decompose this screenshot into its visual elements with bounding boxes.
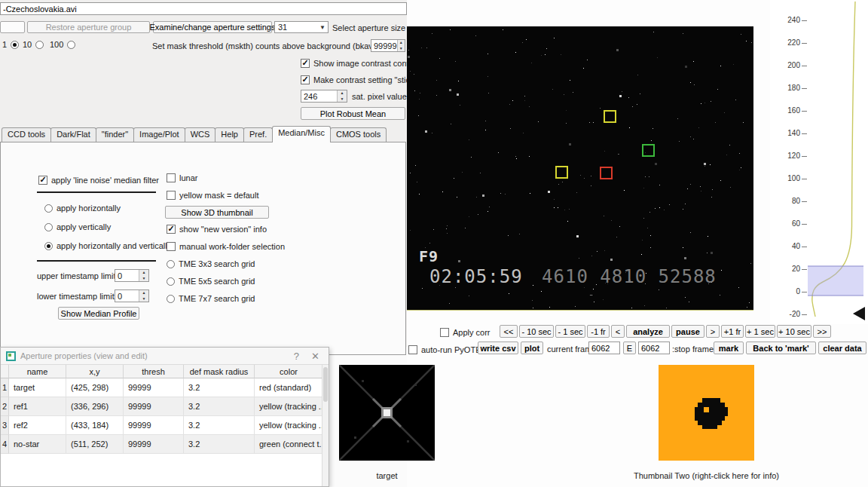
manual-folder-checkbox[interactable]: manual work-folder selection [167, 241, 285, 252]
tab-ccd-tools[interactable]: CCD tools [2, 127, 51, 142]
close-icon[interactable]: ✕ [307, 351, 323, 362]
column-header-xy[interactable]: x,y [66, 365, 124, 378]
thumbnail-target[interactable] [339, 365, 435, 461]
thumbnail-two[interactable] [659, 365, 754, 461]
spin-down-icon[interactable]: ▼ [398, 46, 405, 52]
tme-3x3-radio[interactable]: TME 3x3 search grid [167, 259, 255, 269]
plus-1-sec-button[interactable]: + 1 sec [745, 325, 775, 338]
cell-name[interactable]: no-star [9, 435, 66, 454]
minus-1-frame-button[interactable]: -1 fr [587, 325, 610, 338]
cell-xy[interactable]: (425, 298) [66, 378, 124, 397]
column-header-name[interactable]: name [9, 365, 66, 378]
restore-aperture-group-button[interactable]: Restore aperture group [27, 21, 150, 33]
tab-cmos-tools[interactable]: CMOS tools [330, 127, 387, 142]
spin-up-icon[interactable]: ▲ [398, 40, 405, 46]
cell-color[interactable]: yellow (tracking ... [255, 397, 323, 416]
cell-xy[interactable]: (336, 296) [66, 397, 124, 416]
cell-thresh[interactable]: 99999 [124, 397, 184, 416]
back-to-mark-button[interactable]: Back to 'mark' [746, 342, 816, 354]
cell-radius[interactable]: 3.2 [184, 397, 255, 416]
tme-7x7-radio[interactable]: TME 7x7 search grid [167, 293, 255, 304]
aperture-marker[interactable] [604, 110, 616, 123]
spinner-arrows[interactable]: ▲▼ [139, 270, 148, 281]
spin-down-icon[interactable]: ▼ [338, 96, 347, 103]
cell-name[interactable]: ref2 [9, 416, 66, 435]
column-header-thresh[interactable]: thresh [124, 365, 184, 378]
tab-image-plot[interactable]: Image/Plot [133, 127, 185, 142]
tab-wcs[interactable]: WCS [185, 127, 216, 142]
apply-corr-checkbox[interactable]: Apply corr [440, 327, 491, 338]
group-radio-100[interactable]: 100 [50, 39, 75, 50]
histogram-panel[interactable]: 240220200180160140120100806040200-20 [770, 0, 868, 324]
column-header-radius[interactable]: def mask radius [184, 365, 255, 378]
spin-down-icon[interactable]: ▼ [139, 296, 148, 302]
cell-color[interactable]: red (standard) [255, 378, 323, 397]
spinner-arrows[interactable]: ▲▼ [397, 40, 405, 51]
cell-name[interactable]: ref1 [9, 397, 66, 416]
table-scrollbar[interactable] [322, 365, 329, 486]
pause-button[interactable]: pause [671, 325, 704, 338]
auto-run-pyote-checkbox[interactable]: auto-run PyOTE [408, 345, 481, 355]
cell-xy[interactable]: (511, 252) [66, 435, 124, 454]
spin-down-icon[interactable]: ▼ [139, 276, 148, 282]
small-blank-button[interactable] [0, 21, 25, 33]
spin-up-icon[interactable]: ▲ [338, 90, 347, 96]
aperture-marker[interactable] [642, 144, 655, 157]
window-titlebar[interactable]: Aperture properties (view and edit) ? ✕ [1, 348, 329, 365]
main-image[interactable]: F9 02:05:59 4610 4810 52588 [407, 26, 753, 311]
show-3d-thumbnail-button[interactable]: Show 3D thumbnail [165, 206, 269, 219]
filename-input[interactable] [0, 2, 407, 15]
lunar-checkbox[interactable]: lunar [167, 173, 197, 183]
spinner-arrows[interactable]: ▲▼ [337, 90, 347, 102]
yellow-mask-checkbox[interactable]: yellow mask = default [167, 190, 258, 201]
minus-10-sec-button[interactable]: - 10 sec [519, 325, 554, 338]
cell-radius[interactable]: 3.2 [184, 416, 255, 435]
cell-color[interactable]: green (connect t... [255, 435, 323, 454]
plus-10-sec-button[interactable]: + 10 sec [777, 325, 811, 338]
apply-vertical-radio[interactable]: apply vertically [44, 222, 111, 232]
apply-both-radio[interactable]: apply horizontally and vertically [44, 240, 171, 251]
cell-name[interactable]: target [9, 378, 66, 397]
tab-help[interactable]: Help [215, 127, 244, 142]
column-header-color[interactable]: color [255, 365, 323, 378]
write-csv-button[interactable]: write csv [478, 342, 518, 354]
tab-median-misc[interactable]: Median/Misc [272, 126, 331, 142]
step-back-button[interactable]: < [611, 325, 625, 338]
mask-threshold-spinner[interactable]: 99999 ▲▼ [371, 39, 405, 52]
mark-button[interactable]: mark [714, 342, 744, 354]
aperture-marker[interactable] [555, 166, 568, 179]
show-median-profile-button[interactable]: Show Median Profile [58, 307, 139, 320]
group-radio-10[interactable]: 10 [23, 39, 44, 50]
examine-aperture-settings-button[interactable]: Examine/change aperture settings [153, 21, 272, 33]
lower-timestamp-spinner[interactable]: 0 ▲▼ [115, 289, 149, 302]
aperture-size-select[interactable]: 31 ▼ [274, 21, 329, 33]
step-forward-button[interactable]: > [706, 325, 720, 338]
spin-up-icon[interactable]: ▲ [139, 270, 148, 276]
help-button[interactable]: ? [290, 351, 303, 362]
cell-xy[interactable]: (433, 184) [66, 416, 124, 435]
cell-thresh[interactable]: 99999 [124, 378, 184, 397]
tab-dark-flat[interactable]: Dark/Flat [50, 127, 96, 142]
current-frame-input[interactable] [588, 342, 620, 354]
histogram-region[interactable] [808, 266, 863, 296]
spin-up-icon[interactable]: ▲ [139, 290, 148, 296]
cell-radius[interactable]: 3.2 [184, 378, 255, 397]
analyze-button[interactable]: analyze [626, 325, 670, 338]
cell-radius[interactable]: 3.2 [184, 435, 255, 454]
sticky-contrast-checkbox[interactable]: Make contrast setting "sticky" [301, 75, 421, 85]
upper-timestamp-spinner[interactable]: 0 ▲▼ [115, 269, 149, 282]
cell-color[interactable]: yellow (tracking ... [255, 416, 323, 435]
cell-thresh[interactable]: 99999 [124, 435, 184, 454]
tme-5x5-radio[interactable]: TME 5x5 search grid [167, 276, 255, 286]
plot-button[interactable]: plot [521, 342, 543, 354]
stop-frame-input[interactable] [638, 342, 670, 354]
apply-horizontal-radio[interactable]: apply horizontally [44, 203, 121, 213]
group-radio-1[interactable]: 1 [2, 39, 19, 50]
cell-thresh[interactable]: 99999 [124, 416, 184, 435]
sat-pixel-spinner[interactable]: 246 ▲▼ [301, 90, 347, 103]
aperture-marker[interactable] [600, 167, 613, 179]
scrollbar-thumb[interactable] [323, 367, 328, 402]
line-noise-checkbox[interactable]: apply 'line noise' median filter [38, 175, 159, 185]
show-contrast-checkbox[interactable]: Show image contrast control [301, 58, 418, 69]
plot-robust-mean-button[interactable]: Plot Robust Mean [301, 107, 405, 120]
